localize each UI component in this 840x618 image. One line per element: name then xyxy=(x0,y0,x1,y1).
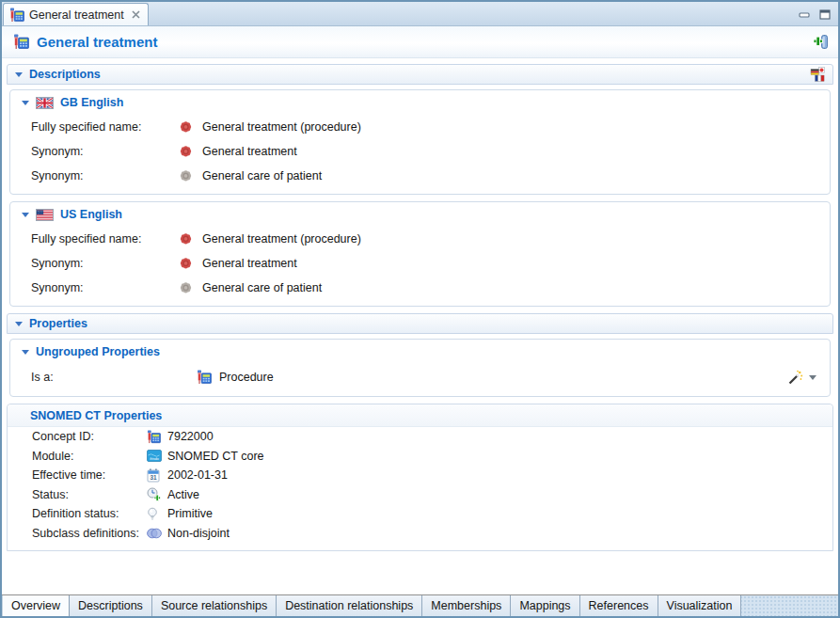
module-icon: ihtsdo xyxy=(147,450,167,462)
language-group-us-title: US English xyxy=(60,208,122,221)
description-type-label: Synonym: xyxy=(31,169,180,182)
description-type-label: Fully specified name: xyxy=(31,232,180,246)
procedure-icon xyxy=(197,370,219,385)
window-controls xyxy=(799,9,838,25)
property-label: Concept ID: xyxy=(32,430,147,443)
maximize-icon[interactable] xyxy=(819,9,831,20)
tab-visualization[interactable]: Visualization xyxy=(658,595,742,616)
property-row: Concept ID: 7922000 xyxy=(8,427,832,447)
ungrouped-properties-group: Ungrouped Properties Is a: xyxy=(9,339,831,397)
description-type-label: Synonym: xyxy=(31,145,180,158)
procedure-icon xyxy=(13,34,29,50)
property-row: Subclass definitions: Non-disjoint xyxy=(8,524,832,544)
property-row: Status: Active xyxy=(8,485,832,505)
tab-label: References xyxy=(589,599,649,612)
description-term[interactable]: General care of patient xyxy=(202,169,830,182)
svg-text:31: 31 xyxy=(150,474,157,481)
concept-editor-window: General treatment xyxy=(0,0,840,618)
tab-label: Descriptions xyxy=(78,599,143,612)
chevron-down-icon[interactable] xyxy=(22,350,29,355)
wand-icon[interactable] xyxy=(787,370,803,386)
procedure-icon xyxy=(9,8,24,23)
calendar-icon: 31 xyxy=(147,468,167,483)
tab-descriptions[interactable]: Descriptions xyxy=(70,595,152,616)
language-group-gb-title: GB English xyxy=(60,96,123,109)
is-a-edit-controls xyxy=(787,370,816,386)
procedure-icon xyxy=(147,430,167,444)
tab-label: Source relationships xyxy=(161,599,267,612)
language-group-gb-header[interactable]: GB English xyxy=(10,90,830,115)
section-descriptions-title: Descriptions xyxy=(29,68,101,81)
property-row: Module: ihtsdo SNOMED CT core xyxy=(8,447,832,467)
property-value: Primitive xyxy=(167,507,832,520)
property-value: Non-disjoint xyxy=(167,527,832,540)
editor-page-tabs: Overview Descriptions Source relationshi… xyxy=(2,594,838,616)
property-row: Definition status: Primitive xyxy=(8,504,832,524)
tab-label: Mappings xyxy=(519,599,570,612)
tab-source-relationships[interactable]: Source relationships xyxy=(152,595,277,616)
tab-mappings[interactable]: Mappings xyxy=(511,595,579,616)
description-term[interactable]: General treatment (procedure) xyxy=(202,120,830,134)
tab-label: Visualization xyxy=(667,599,733,612)
is-a-row: Is a: Procedure xyxy=(10,364,830,390)
preferred-term-icon xyxy=(180,232,202,246)
ungrouped-properties-header[interactable]: Ungrouped Properties xyxy=(10,340,830,364)
close-icon[interactable] xyxy=(132,10,140,19)
bulb-icon xyxy=(147,507,167,521)
editor-tab-bar: General treatment xyxy=(2,2,838,26)
svg-text:ihtsdo: ihtsdo xyxy=(150,457,159,461)
description-type-label: Synonym: xyxy=(31,281,180,294)
acceptable-term-icon xyxy=(180,281,202,294)
chevron-down-icon[interactable] xyxy=(15,322,23,326)
snomed-ct-properties-group: SNOMED CT Properties Concept ID: 79220 xyxy=(7,404,833,551)
venn-icon xyxy=(147,528,167,539)
tab-general-treatment[interactable]: General treatment xyxy=(3,3,149,25)
description-term[interactable]: General treatment (procedure) xyxy=(202,232,830,246)
chevron-down-icon[interactable] xyxy=(22,213,29,217)
property-label: Effective time: xyxy=(32,468,147,482)
is-a-label: Is a: xyxy=(31,371,197,384)
acceptable-term-icon xyxy=(180,169,202,182)
tab-label: Memberships xyxy=(431,599,501,612)
chevron-down-icon[interactable] xyxy=(809,375,816,380)
language-group-us: US English Fully specified name: General… xyxy=(9,201,831,307)
tab-label: Overview xyxy=(11,599,60,612)
chevron-down-icon[interactable] xyxy=(15,72,23,77)
description-type-label: Synonym: xyxy=(31,257,180,270)
property-label: Module: xyxy=(32,450,147,463)
tab-destination-relationships[interactable]: Destination relationships xyxy=(277,595,422,616)
property-value: SNOMED CT core xyxy=(167,450,832,463)
description-term[interactable]: General care of patient xyxy=(202,281,830,294)
tab-overview[interactable]: Overview xyxy=(2,595,70,616)
status-active-icon xyxy=(147,487,167,501)
add-description-icon[interactable] xyxy=(813,34,829,50)
description-term[interactable]: General treatment xyxy=(202,145,830,158)
description-row: Synonym: General treatment xyxy=(10,251,830,276)
tab-references[interactable]: References xyxy=(580,595,658,616)
description-row: Synonym: General treatment xyxy=(10,139,830,164)
property-value: 7922000 xyxy=(167,430,832,443)
page-title: General treatment xyxy=(37,34,157,50)
preferred-term-icon xyxy=(180,257,202,270)
language-group-gb: GB English Fully specified name: General… xyxy=(9,89,831,195)
tab-memberships[interactable]: Memberships xyxy=(422,595,511,616)
chevron-down-icon[interactable] xyxy=(22,101,29,105)
property-value: 2002-01-31 xyxy=(167,468,832,482)
property-label: Status: xyxy=(32,488,147,501)
add-language-icon[interactable] xyxy=(810,67,825,82)
description-term[interactable]: General treatment xyxy=(202,257,830,270)
gb-flag-icon xyxy=(36,97,54,109)
language-group-us-header[interactable]: US English xyxy=(10,202,830,227)
property-label: Definition status: xyxy=(32,507,147,520)
snomed-ct-properties-header: SNOMED CT Properties xyxy=(8,404,832,427)
section-properties-header[interactable]: Properties xyxy=(7,313,833,334)
minimize-icon[interactable] xyxy=(799,10,810,20)
section-descriptions-header[interactable]: Descriptions xyxy=(7,64,833,85)
property-row: Effective time: 31 2002-01-31 xyxy=(8,466,832,485)
preferred-term-icon xyxy=(180,120,202,134)
section-properties-title: Properties xyxy=(29,317,87,330)
property-value: Active xyxy=(167,488,832,501)
concept-form: Descriptions xyxy=(2,58,838,594)
is-a-value[interactable]: Procedure xyxy=(219,371,787,384)
tab-label: Destination relationships xyxy=(285,599,413,612)
